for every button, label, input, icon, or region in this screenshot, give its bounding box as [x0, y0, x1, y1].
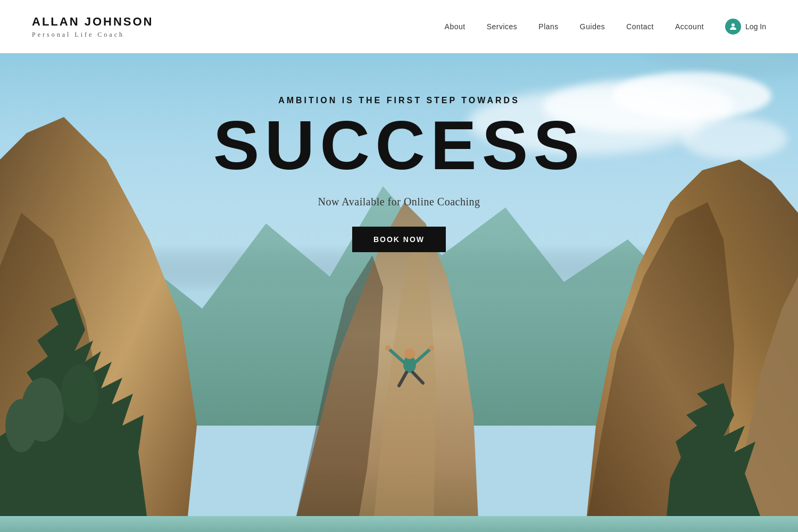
logo-name[interactable]: ALLAN JOHNSON: [32, 15, 153, 29]
hero-section: AMBITION IS THE FIRST STEP TOWARDS SUCCE…: [0, 53, 798, 532]
main-nav: About Services Plans Guides Contact Acco…: [445, 19, 766, 35]
book-now-button[interactable]: Book Now: [352, 227, 446, 252]
nav-item-plans[interactable]: Plans: [538, 22, 559, 31]
hero-description: Now Available for Online Coaching: [318, 196, 480, 208]
hero-content: AMBITION IS THE FIRST STEP TOWARDS SUCCE…: [0, 53, 798, 532]
hero-subtitle: AMBITION IS THE FIRST STEP TOWARDS: [278, 96, 520, 105]
nav-item-services[interactable]: Services: [487, 22, 518, 31]
nav-item-guides[interactable]: Guides: [580, 22, 605, 31]
user-icon: [725, 19, 741, 35]
header: ALLAN JOHNSON Personal Life Coach About …: [0, 0, 798, 53]
hero-title: SUCCESS: [213, 111, 585, 180]
svg-point-0: [732, 23, 735, 27]
logo-area: ALLAN JOHNSON Personal Life Coach: [32, 15, 153, 39]
logo-subtitle: Personal Life Coach: [32, 31, 124, 39]
nav-item-about[interactable]: About: [445, 22, 466, 31]
login-area[interactable]: Log In: [725, 19, 766, 35]
nav-item-account[interactable]: Account: [675, 22, 704, 31]
nav-item-contact[interactable]: Contact: [626, 22, 654, 31]
login-button[interactable]: Log In: [745, 22, 766, 31]
